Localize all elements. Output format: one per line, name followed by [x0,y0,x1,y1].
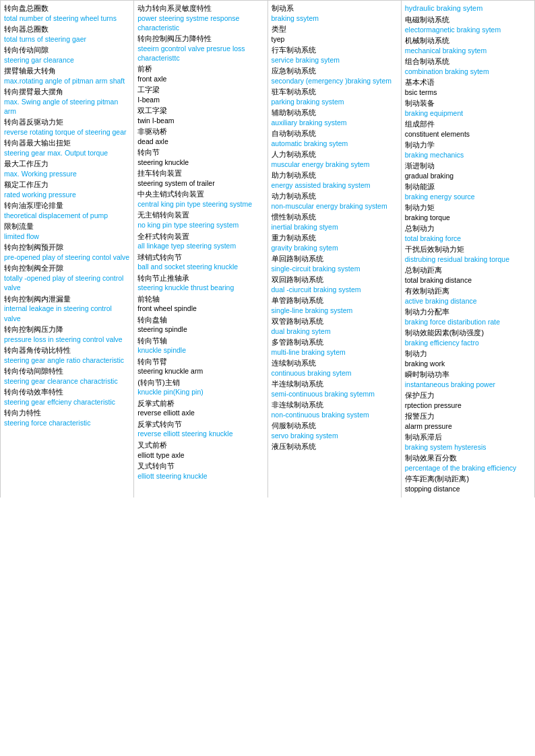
column-4: hydraulic braking sytem电磁制动系统electormagn… [402,1,535,497]
term-zh: 制动效能因素(制动强度) [405,328,531,338]
list-item: 前桥front axle [137,64,263,83]
term-en: stopping distance [405,484,531,493]
column-3: 制动系braking ssytem类型tyep行车制动系统service bra… [268,1,402,497]
term-en: auxiliary braking system [272,118,398,127]
list-item: 转向油泵理论排量theoretical displacement of pump [4,201,130,220]
list-item: 动力转向系灵敏度特性power steering systme response… [137,3,263,32]
term-en: dual -ciurcuit braking system [272,285,398,294]
term-zh: 自动制动系统 [272,129,398,139]
term-en: total braking distance [405,275,531,285]
term-zh: 双回路制动系统 [272,275,398,285]
term-zh: 连续制动系统 [272,358,398,368]
list-item: 转向节steering knuckle [137,147,263,167]
list-item: 球销式转向节ball and socket steering knuckle [137,252,263,272]
list-item: 助力制动系统energy assisted braking system [272,170,398,190]
list-item: 基本术语bsic terms [405,77,531,97]
term-en: service braking sytem [272,55,398,65]
list-item: 转向控制阀压力降pressure loss in steering contro… [4,324,130,344]
term-en: steering knuckle arm [137,366,263,376]
list-item: 转向传动效率特性steering gear effcieny character… [4,387,130,407]
list-item: 双管路制动系统dual braking sytem [272,316,398,336]
term-en: distrubing residual braking torque [405,254,531,264]
term-zh: 反掌式前桥 [137,399,263,409]
term-en: theoretical displacement of pump [4,211,130,220]
term-en: tyep [272,34,398,44]
term-en: steering force characteristic [4,418,130,427]
term-en: front wheel spindle [137,304,263,313]
main-grid: 转向盘总圈数total number of steering wheel tur… [0,0,535,497]
list-item: (转向节)主销knuckle pin(King pin) [137,378,263,397]
term-zh: 双管路制动系统 [272,316,398,327]
term-zh: 转向节 [137,147,263,158]
term-zh: 制动能源 [405,182,531,192]
term-zh: 球销式转向节 [137,252,263,263]
list-item: 叉式转向节elliott steering knuckle [137,461,263,481]
term-en: elliott steering knuckle [137,471,263,481]
term-zh: 液压制动系统 [272,442,398,452]
list-item: 自动制动系统automatic braking sytem [272,129,398,148]
term-en: parking braking system [272,97,398,106]
list-item: 转向控制阀全开隙totally -opened play of steering… [4,263,130,292]
term-en: braking system hysteresis [405,442,531,452]
term-zh: 报警压力 [405,411,531,421]
term-en: reverse elliott axle [137,408,263,417]
term-en: single-line braking system [272,306,398,315]
term-en: braking mechanics [405,150,531,160]
term-zh: 多管路制动系统 [272,337,398,347]
list-item: 停车距离(制动距离)stopping distance [405,474,531,493]
list-item: 工字梁I-beam [137,85,263,104]
term-zh: 基本术语 [405,77,531,88]
term-zh: 干扰后效制动力矩 [405,244,531,254]
list-item: 制动效果百分数percentage of the braking efficie… [405,453,531,473]
term-en: steering gear clearance charactristic [4,376,130,386]
term-zh: 瞬时制动功率 [405,370,531,380]
term-en: max. Swing angle of steering pitman arm [4,97,130,116]
term-zh: 转向节轴 [137,336,263,346]
list-item: 转向传动间隙特性steering gear clearance charactr… [4,366,130,386]
list-item: 反掌式转向节reverse elliott steering knuckle [137,419,263,439]
list-item: 单管路制动系统single-line braking system [272,296,398,315]
list-item: 瞬时制动功率instantaneous braking power [405,370,531,389]
term-en: braking energy source [405,192,531,201]
term-zh: 转向器总圈数 [4,24,130,34]
term-zh: 叉式前桥 [137,440,263,450]
term-zh: 叉式转向节 [137,461,263,471]
term-zh: 转向传动效率特性 [4,387,130,397]
list-item: 报警压力alarm pressure [405,411,531,431]
term-zh: 有效制动距离 [405,286,531,296]
list-item: 单回路制动系统single-circuit braking system [272,254,398,273]
term-zh: 限制流量 [4,221,130,232]
term-en: muscular energy braking sytem [272,160,398,169]
term-en: gravity braking sytem [272,243,398,252]
list-item: 双工字梁twin I-beam [137,106,263,125]
list-item: 摆臂轴最大转角max.rotating angle of pitman arm … [4,66,130,85]
term-zh: 转向力特性 [4,408,130,418]
term-zh: 前桥 [137,64,263,74]
list-item: 双回路制动系统dual -ciurcuit braking system [272,275,398,294]
term-zh: 辅助制动系统 [272,108,398,118]
term-zh: 总制动力 [405,224,531,234]
term-en: mechanical braking sytem [405,46,531,55]
term-zh: 转向控制阀预开隙 [4,242,130,252]
list-item: 转向器最大输出扭矩steering gear max. Output torqu… [4,138,130,158]
term-zh: 转向控制阀压力降 [4,324,130,335]
term-en: steering spindle [137,324,263,334]
term-en: pressure loss in steering control valve [4,335,130,344]
list-item: 液压制动系统 [272,442,398,452]
list-item: 转向传动间隙steering gar clearance [4,45,130,65]
term-zh: 动力制动系统 [272,191,398,201]
list-item: 制动系滞后braking system hysteresis [405,432,531,452]
list-item: 惯性制动系统inertial braking styem [272,212,398,232]
list-item: 最大工作压力max. Working pressure [4,159,130,178]
column-2: 动力转向系灵敏度特性power steering systme response… [134,1,268,497]
term-en: semi-continuous braking sytemm [272,389,398,399]
list-item: 组合制动系统combination braking sytem [405,57,531,76]
term-zh: 单管路制动系统 [272,296,398,306]
term-en: totally -opened play of steering control… [4,273,130,292]
term-en: ball and socket steering knuckle [137,262,263,271]
term-en: secondary (emergency )braking sytem [272,76,398,85]
term-zh: 转向传动间隙特性 [4,366,130,376]
list-item: 制动效能因素(制动强度)braking efficiency factro [405,328,531,347]
list-item: 前轮轴front wheel spindle [137,294,263,314]
term-zh: 机械制动系统 [405,36,531,46]
